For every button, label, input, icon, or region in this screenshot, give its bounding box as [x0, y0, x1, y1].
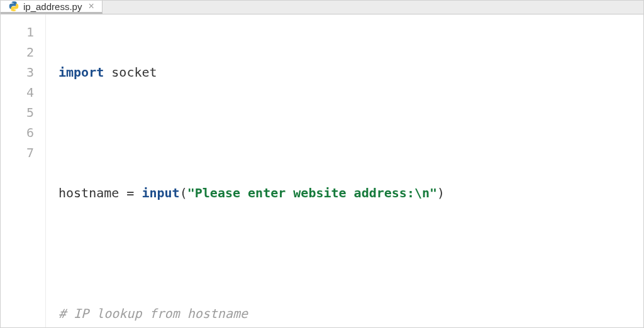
code-token: ) [437, 185, 445, 200]
line-number: 1 [1, 22, 34, 42]
code-token: "Please enter website address:\n" [187, 185, 437, 200]
line-number: 6 [1, 123, 34, 143]
editor-tab-bar: ip_address.py × [1, 1, 643, 14]
line-number: 3 [1, 62, 34, 82]
code-token: socket [111, 65, 157, 80]
code-token: input [142, 185, 179, 200]
code-token: import [58, 65, 104, 80]
editor-tab-label: ip_address.py [23, 1, 82, 12]
code-token: hostname [58, 185, 119, 200]
code-comment: # IP lookup from hostname [58, 306, 248, 321]
line-number-gutter: 1 2 3 4 5 6 7 [1, 14, 46, 328]
code-area[interactable]: import socket hostname = input("Please e… [46, 14, 643, 328]
close-icon[interactable]: × [88, 1, 94, 11]
code-token: ( [180, 185, 187, 200]
python-file-icon [8, 1, 19, 12]
line-number: 5 [1, 102, 34, 123]
line-number: 7 [1, 143, 34, 163]
editor-tab[interactable]: ip_address.py × [1, 1, 103, 14]
line-number: 4 [1, 82, 34, 102]
line-number: 2 [1, 42, 34, 62]
code-token: = [119, 185, 142, 200]
code-editor[interactable]: 1 2 3 4 5 6 7 import socket hostname = i… [1, 14, 643, 328]
